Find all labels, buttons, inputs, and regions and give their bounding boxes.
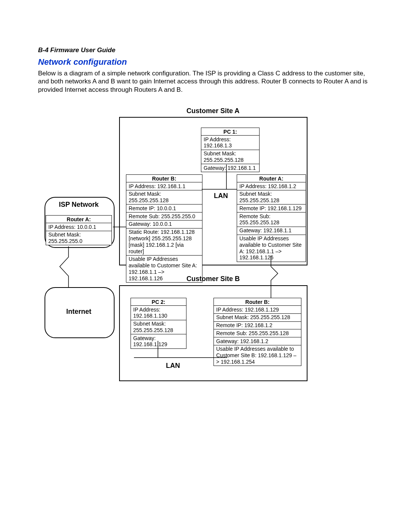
page-header: B-4 Firmware User Guide (38, 46, 115, 54)
router-a-a-gateway: Gateway: 192.168.1.1 (237, 227, 306, 235)
pc2-box: PC 2: IP Address: 192.168.1.130 Subnet M… (131, 298, 186, 349)
intro-paragraph: Below is a diagram of a simple network c… (38, 69, 373, 94)
router-b-a-static-route: Static Route: 192.168.1.128 [network] 25… (126, 228, 202, 255)
router-b-b-usable: Usable IP Addresses available to Custome… (214, 345, 301, 366)
pc1-label: PC 1: (201, 128, 259, 135)
pc2-ip: IP Address: 192.168.1.130 (131, 305, 186, 320)
router-a-a-ip: IP Address: 192.168.1.2 (237, 182, 306, 190)
internet-title: Internet (45, 308, 113, 316)
router-b-b-remote-ip: Remote IP: 192.168.1.2 (214, 321, 301, 329)
isp-router-a-box: Router A: IP Address: 10.0.0.1 Subnet Ma… (46, 215, 112, 245)
router-b-site-b-box: Router B: IP Address: 192.168.1.129 Subn… (213, 298, 301, 366)
isp-router-a-mask: Subnet Mask: 255.255.255.0 (46, 231, 112, 245)
router-a-a-usable: Usable IP Addresses available to Custome… (237, 235, 306, 262)
router-b-a-remote-ip: Remote IP: 10.0.0.1 (126, 204, 202, 212)
router-a-a-remote-ip: Remote IP: 192.168.1.129 (237, 204, 306, 212)
router-b-b-remote-sub: Remote Sub: 255.255.255.128 (214, 329, 301, 337)
pc2-label: PC 2: (131, 298, 186, 305)
router-b-a-label: Router B: (126, 175, 202, 182)
router-b-a-mask: Subnet Mask: 255.255.255.128 (126, 190, 202, 204)
router-a-site-a-box: Router A: IP Address: 192.168.1.2 Subnet… (237, 174, 306, 262)
pc1-gateway: Gateway: 192.168.1.1 (201, 164, 259, 172)
router-a-a-remote-sub: Remote Sub: 255.255.255.128 (237, 212, 306, 227)
pc1-ip: IP Address: 192.168.1.3 (201, 135, 259, 150)
router-b-b-ip: IP Address: 192.168.1.129 (214, 305, 301, 313)
customer-site-b-title: Customer Site B (186, 275, 240, 283)
customer-site-a-title: Customer Site A (186, 107, 239, 115)
lan-label-b: LAN (166, 362, 180, 370)
pc1-box: PC 1: IP Address: 192.168.1.3 Subnet Mas… (201, 128, 260, 172)
isp-router-a-label: Router A: (46, 216, 112, 223)
pc2-gateway: Gateway: 192.168.1.129 (131, 334, 186, 348)
router-b-a-remote-sub: Remote Sub: 255.255.255.0 (126, 212, 202, 220)
isp-router-a-ip: IP Address: 10.0.0.1 (46, 223, 112, 231)
pc2-mask: Subnet Mask: 255.255.255.128 (131, 320, 186, 334)
section-title: Network configuration (38, 57, 127, 67)
router-b-b-mask: Subnet Mask: 255.255.255.128 (214, 313, 301, 321)
router-b-site-a-box: Router B: IP Address: 192.168.1.1 Subnet… (126, 174, 202, 283)
router-b-a-gateway: Gateway: 10.0.0.1 (126, 220, 202, 228)
router-b-b-gateway: Gateway: 192.168.1.2 (214, 337, 301, 345)
router-a-a-label: Router A: (237, 175, 306, 182)
isp-network-title: ISP Network (45, 201, 113, 209)
lan-label-a: LAN (214, 192, 228, 200)
router-a-a-mask: Subnet Mask: 255.255.255.128 (237, 190, 306, 204)
router-b-a-ip: IP Address: 192.168.1.1 (126, 182, 202, 190)
pc1-mask: Subnet Mask: 255.255.255.128 (201, 150, 259, 164)
router-b-b-label: Router B: (214, 298, 301, 305)
